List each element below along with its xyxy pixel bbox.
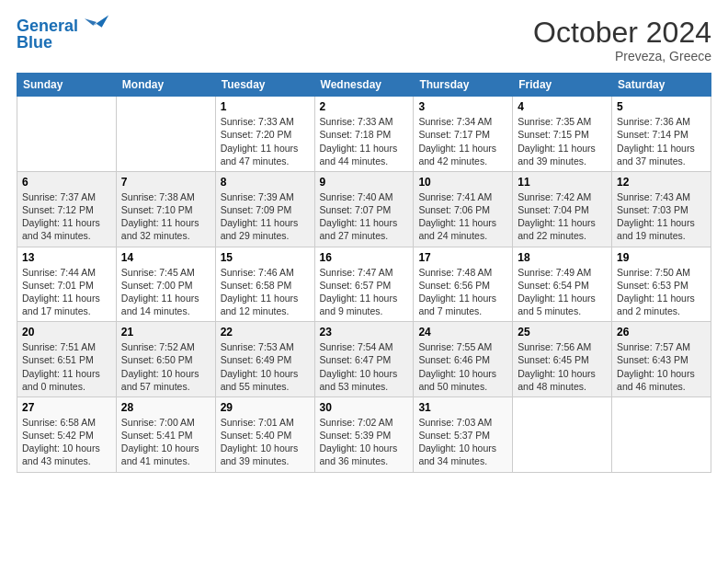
calendar-cell: 14Sunrise: 7:45 AMSunset: 7:00 PMDayligh… — [116, 247, 215, 322]
calendar-cell: 18Sunrise: 7:49 AMSunset: 6:54 PMDayligh… — [513, 247, 612, 322]
day-number: 8 — [221, 176, 310, 189]
weekday-header-sunday: Sunday — [17, 74, 117, 97]
day-info: Sunrise: 7:39 AMSunset: 7:09 PMDaylight:… — [221, 190, 310, 243]
calendar-cell: 20Sunrise: 7:51 AMSunset: 6:51 PMDayligh… — [17, 322, 117, 397]
day-info: Sunrise: 7:00 AMSunset: 5:41 PMDaylight:… — [121, 416, 210, 468]
day-info: Sunrise: 7:44 AMSunset: 7:01 PMDaylight:… — [22, 266, 111, 318]
day-number: 16 — [320, 251, 409, 264]
weekday-header-friday: Friday — [513, 74, 612, 97]
calendar-cell: 26Sunrise: 7:57 AMSunset: 6:43 PMDayligh… — [612, 322, 711, 397]
calendar-cell — [17, 97, 117, 172]
day-number: 18 — [518, 251, 607, 264]
day-info: Sunrise: 7:46 AMSunset: 6:58 PMDaylight:… — [221, 266, 310, 318]
calendar-cell — [612, 396, 711, 472]
calendar-cell: 15Sunrise: 7:46 AMSunset: 6:58 PMDayligh… — [215, 247, 314, 322]
calendar-cell: 22Sunrise: 7:53 AMSunset: 6:49 PMDayligh… — [215, 322, 314, 397]
calendar-cell: 31Sunrise: 7:03 AMSunset: 5:37 PMDayligh… — [414, 396, 513, 472]
calendar-cell: 29Sunrise: 7:01 AMSunset: 5:40 PMDayligh… — [215, 396, 314, 472]
title-block: October 2024 Preveza, Greece — [533, 17, 711, 63]
week-row-5: 27Sunrise: 6:58 AMSunset: 5:42 PMDayligh… — [17, 396, 711, 472]
day-number: 15 — [221, 251, 310, 264]
calendar-cell — [116, 97, 215, 172]
day-number: 6 — [22, 176, 111, 189]
day-info: Sunrise: 7:33 AMSunset: 7:20 PMDaylight:… — [221, 115, 310, 167]
day-info: Sunrise: 7:37 AMSunset: 7:12 PMDaylight:… — [22, 190, 111, 243]
svg-marker-0 — [93, 16, 108, 28]
logo: General Blue — [17, 17, 110, 51]
calendar-cell — [513, 396, 612, 472]
calendar-cell: 12Sunrise: 7:43 AMSunset: 7:03 PMDayligh… — [612, 171, 711, 247]
day-info: Sunrise: 7:34 AMSunset: 7:17 PMDaylight:… — [418, 115, 507, 167]
weekday-header-wednesday: Wednesday — [314, 74, 414, 97]
day-info: Sunrise: 7:45 AMSunset: 7:00 PMDaylight:… — [121, 266, 210, 318]
day-info: Sunrise: 7:53 AMSunset: 6:49 PMDaylight:… — [221, 340, 310, 393]
day-info: Sunrise: 7:43 AMSunset: 7:03 PMDaylight:… — [617, 190, 706, 243]
day-info: Sunrise: 7:48 AMSunset: 6:56 PMDaylight:… — [418, 266, 507, 318]
calendar-cell: 8Sunrise: 7:39 AMSunset: 7:09 PMDaylight… — [215, 171, 314, 247]
day-info: Sunrise: 7:52 AMSunset: 6:50 PMDaylight:… — [121, 340, 210, 393]
calendar-cell: 28Sunrise: 7:00 AMSunset: 5:41 PMDayligh… — [116, 396, 215, 472]
day-number: 11 — [518, 176, 607, 189]
week-row-1: 1Sunrise: 7:33 AMSunset: 7:20 PMDaylight… — [17, 97, 711, 172]
day-number: 19 — [617, 251, 706, 264]
day-info: Sunrise: 7:36 AMSunset: 7:14 PMDaylight:… — [617, 115, 706, 167]
day-number: 24 — [418, 326, 507, 339]
page: General Blue October 2024 Preveza, Greec… — [0, 0, 728, 563]
day-info: Sunrise: 7:33 AMSunset: 7:18 PMDaylight:… — [320, 115, 409, 167]
location-subtitle: Preveza, Greece — [533, 49, 711, 63]
day-number: 2 — [320, 100, 409, 113]
day-number: 7 — [121, 176, 210, 189]
day-number: 20 — [22, 326, 111, 339]
calendar-cell: 30Sunrise: 7:02 AMSunset: 5:39 PMDayligh… — [314, 396, 414, 472]
day-info: Sunrise: 6:58 AMSunset: 5:42 PMDaylight:… — [22, 416, 111, 468]
day-number: 25 — [518, 326, 607, 339]
day-number: 21 — [121, 326, 210, 339]
weekday-header-saturday: Saturday — [612, 74, 711, 97]
calendar-cell: 7Sunrise: 7:38 AMSunset: 7:10 PMDaylight… — [116, 171, 215, 247]
day-number: 4 — [518, 100, 607, 113]
day-number: 9 — [320, 176, 409, 189]
calendar-cell: 16Sunrise: 7:47 AMSunset: 6:57 PMDayligh… — [314, 247, 414, 322]
day-info: Sunrise: 7:03 AMSunset: 5:37 PMDaylight:… — [418, 416, 507, 468]
day-info: Sunrise: 7:38 AMSunset: 7:10 PMDaylight:… — [121, 190, 210, 243]
calendar-cell: 13Sunrise: 7:44 AMSunset: 7:01 PMDayligh… — [17, 247, 117, 322]
day-info: Sunrise: 7:35 AMSunset: 7:15 PMDaylight:… — [518, 115, 607, 167]
weekday-header-row: SundayMondayTuesdayWednesdayThursdayFrid… — [17, 74, 711, 97]
day-number: 17 — [418, 251, 507, 264]
calendar-cell: 4Sunrise: 7:35 AMSunset: 7:15 PMDaylight… — [513, 97, 612, 172]
day-number: 3 — [418, 100, 507, 113]
day-info: Sunrise: 7:56 AMSunset: 6:45 PMDaylight:… — [518, 340, 607, 393]
day-info: Sunrise: 7:41 AMSunset: 7:06 PMDaylight:… — [418, 190, 507, 243]
day-info: Sunrise: 7:50 AMSunset: 6:53 PMDaylight:… — [617, 266, 706, 318]
weekday-header-tuesday: Tuesday — [215, 74, 314, 97]
calendar-cell: 5Sunrise: 7:36 AMSunset: 7:14 PMDaylight… — [612, 97, 711, 172]
day-info: Sunrise: 7:51 AMSunset: 6:51 PMDaylight:… — [22, 340, 111, 393]
calendar-cell: 21Sunrise: 7:52 AMSunset: 6:50 PMDayligh… — [116, 322, 215, 397]
week-row-2: 6Sunrise: 7:37 AMSunset: 7:12 PMDaylight… — [17, 171, 711, 247]
day-number: 30 — [320, 401, 409, 414]
calendar-cell: 3Sunrise: 7:34 AMSunset: 7:17 PMDaylight… — [414, 97, 513, 172]
day-number: 13 — [22, 251, 111, 264]
day-number: 22 — [221, 326, 310, 339]
day-number: 5 — [617, 100, 706, 113]
logo-blue: Blue — [17, 34, 110, 51]
week-row-4: 20Sunrise: 7:51 AMSunset: 6:51 PMDayligh… — [17, 322, 711, 397]
day-number: 28 — [121, 401, 210, 414]
weekday-header-thursday: Thursday — [414, 74, 513, 97]
day-info: Sunrise: 7:57 AMSunset: 6:43 PMDaylight:… — [617, 340, 706, 393]
day-number: 31 — [418, 401, 507, 414]
day-info: Sunrise: 7:01 AMSunset: 5:40 PMDaylight:… — [221, 416, 310, 468]
day-number: 12 — [617, 176, 706, 189]
calendar-cell: 19Sunrise: 7:50 AMSunset: 6:53 PMDayligh… — [612, 247, 711, 322]
logo-bird-icon — [85, 10, 110, 36]
week-row-3: 13Sunrise: 7:44 AMSunset: 7:01 PMDayligh… — [17, 247, 711, 322]
calendar-cell: 10Sunrise: 7:41 AMSunset: 7:06 PMDayligh… — [414, 171, 513, 247]
calendar-cell: 11Sunrise: 7:42 AMSunset: 7:04 PMDayligh… — [513, 171, 612, 247]
logo-general: General — [17, 17, 78, 35]
day-info: Sunrise: 7:40 AMSunset: 7:07 PMDaylight:… — [320, 190, 409, 243]
header: General Blue October 2024 Preveza, Greec… — [17, 17, 711, 63]
day-number: 29 — [221, 401, 310, 414]
day-number: 23 — [320, 326, 409, 339]
day-info: Sunrise: 7:42 AMSunset: 7:04 PMDaylight:… — [518, 190, 607, 243]
day-number: 14 — [121, 251, 210, 264]
